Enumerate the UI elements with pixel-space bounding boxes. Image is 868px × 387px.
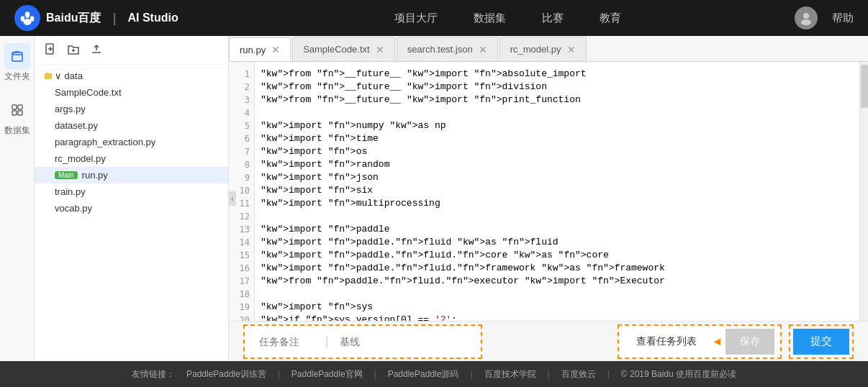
- code-line: "kw">import "fn">paddle."fn">fluid."fn">…: [261, 262, 854, 275]
- code-line: "kw">if "fn">sys.version[0] == '2':: [261, 314, 854, 321]
- editor-scrollbar[interactable]: [859, 62, 868, 321]
- tab-run-py[interactable]: run.py ✕: [229, 37, 291, 62]
- tab-search-json-close[interactable]: ✕: [479, 45, 487, 55]
- scrollbar-thumb[interactable]: [861, 65, 868, 108]
- footer-paddlepaddle-camp[interactable]: PaddlePaddle训练营: [186, 368, 266, 381]
- nav-links: 项目大厅 数据集 比赛 教育: [222, 12, 795, 25]
- code-line: "kw">import "fn">os: [261, 145, 854, 158]
- brand-text: Baidu百度: [46, 11, 101, 26]
- baseline-input[interactable]: [331, 329, 475, 355]
- file-tree-panel: ∨ data SampleCode.txt args.py dataset.py…: [35, 36, 229, 361]
- footer: 友情链接： PaddlePaddle训练营 | PaddlePaddle官网 |…: [0, 361, 868, 387]
- task-input-area: |: [243, 324, 482, 359]
- nav-right: 帮助: [795, 6, 854, 29]
- dataset-label: 数据集: [4, 124, 30, 137]
- bottom-toolbar: | 查看任务列表 ◄ 保存 提交: [229, 321, 868, 361]
- footer-baidu-academy[interactable]: 百度技术学院: [484, 368, 536, 381]
- code-line: [261, 210, 854, 223]
- code-line: "kw">import "fn">json: [261, 171, 854, 184]
- code-line: "kw">from "fn">__future__ "kw">import "f…: [261, 94, 854, 106]
- upload-icon[interactable]: [89, 42, 104, 58]
- file-train[interactable]: train.py: [35, 183, 228, 200]
- svg-point-0: [25, 12, 30, 18]
- file-vocab[interactable]: vocab.py: [35, 200, 228, 217]
- code-line: "kw">from "fn">__future__ "kw">import "f…: [261, 68, 854, 81]
- dataset-icon-btn[interactable]: [4, 97, 30, 123]
- svg-rect-7: [12, 105, 17, 109]
- files-icon-group[interactable]: 文件夹: [4, 43, 30, 83]
- code-line: "kw">import "fn">multiprocessing: [261, 197, 854, 210]
- arrow-icon: ◄: [711, 335, 723, 348]
- new-file-icon[interactable]: [43, 42, 58, 58]
- file-tree-content: ∨ data SampleCode.txt args.py dataset.py…: [35, 65, 228, 361]
- help-link[interactable]: 帮助: [832, 12, 854, 25]
- code-line: "kw">import "fn">sys: [261, 301, 854, 314]
- tab-bar: run.py ✕ SampleCode.txt ✕ search.test.js…: [229, 36, 868, 62]
- footer-paddlepaddle-source[interactable]: PaddlePaddle源码: [388, 368, 459, 381]
- code-line: "kw">import "fn">random: [261, 158, 854, 171]
- bottom-right-actions: 查看任务列表 ◄ 保存 提交: [618, 324, 854, 359]
- nav-education[interactable]: 教育: [600, 12, 621, 25]
- file-paragraph[interactable]: paragraph_extraction.py: [35, 134, 228, 150]
- code-editor: 123456789101112131415161718192021222324 …: [229, 62, 868, 321]
- editor-area: ‹ run.py ✕ SampleCode.txt ✕ search.test.…: [229, 36, 868, 361]
- nav-dataset[interactable]: 数据集: [474, 12, 506, 25]
- tab-search-json[interactable]: search.test.json ✕: [397, 37, 498, 61]
- tab-samplecode-close[interactable]: ✕: [376, 45, 384, 55]
- app-title: AI Studio: [128, 12, 178, 24]
- file-samplecode[interactable]: SampleCode.txt: [35, 84, 228, 101]
- tab-rc-model[interactable]: rc_model.py ✕: [499, 37, 587, 61]
- file-run[interactable]: Main run.py: [35, 167, 228, 183]
- logo-divider: |: [112, 11, 116, 26]
- main-badge: Main: [55, 171, 78, 179]
- file-args[interactable]: args.py: [35, 101, 228, 117]
- footer-friendly-links: 友情链接：: [132, 368, 175, 381]
- action-buttons-area: 查看任务列表 ◄ 保存: [618, 324, 782, 359]
- code-content[interactable]: "kw">from "fn">__future__ "kw">import "f…: [255, 62, 859, 321]
- tab-samplecode[interactable]: SampleCode.txt ✕: [292, 37, 395, 61]
- code-line: "kw">import "fn">time: [261, 132, 854, 145]
- submit-button[interactable]: 提交: [793, 329, 849, 355]
- tab-search-json-label: search.test.json: [407, 44, 473, 55]
- svg-rect-8: [18, 105, 22, 109]
- view-tasks-button[interactable]: 查看任务列表: [625, 329, 708, 355]
- logo-area: Baidu百度 | AI Studio: [14, 5, 178, 31]
- save-button[interactable]: 保存: [725, 329, 774, 355]
- nav-competition[interactable]: 比赛: [542, 12, 564, 25]
- svg-rect-10: [18, 111, 22, 115]
- nav-project-hall[interactable]: 项目大厅: [394, 12, 438, 25]
- top-navigation: Baidu百度 | AI Studio 项目大厅 数据集 比赛 教育 帮助: [0, 0, 868, 36]
- collapse-arrow[interactable]: ‹: [229, 191, 236, 206]
- footer-baidu-cloud[interactable]: 百度效云: [561, 368, 596, 381]
- svg-point-5: [801, 19, 811, 25]
- code-line: "kw">import "fn">paddle."fn">fluid."fn">…: [261, 249, 854, 262]
- code-line: "kw">import "fn">numpy "kw">as np: [261, 119, 854, 132]
- baidu-logo: [14, 5, 40, 31]
- code-line: [261, 106, 854, 119]
- files-icon-btn[interactable]: [4, 43, 30, 69]
- code-line: "kw">from "fn">__future__ "kw">import "f…: [261, 81, 854, 94]
- file-dataset[interactable]: dataset.py: [35, 117, 228, 134]
- task-note-input[interactable]: [250, 329, 322, 355]
- code-line: "kw">from "fn">paddle."fn">fluid."fn">ex…: [261, 275, 854, 288]
- svg-rect-9: [12, 111, 17, 115]
- dataset-icon-group[interactable]: 数据集: [4, 97, 30, 137]
- footer-copyright: © 2019 Baidu 使用百度前必读: [621, 368, 736, 381]
- code-line: "kw">import "fn">paddle: [261, 223, 854, 236]
- avatar[interactable]: [795, 6, 818, 29]
- footer-paddlepaddle-official[interactable]: PaddlePaddle官网: [291, 368, 363, 381]
- svg-rect-6: [12, 53, 22, 61]
- new-folder-icon[interactable]: [66, 42, 81, 58]
- folder-data[interactable]: ∨ data: [35, 68, 228, 84]
- main-content: 文件夹 数据集: [0, 36, 868, 361]
- svg-point-3: [24, 19, 32, 25]
- tab-run-py-close[interactable]: ✕: [271, 45, 280, 55]
- file-rcmodel[interactable]: rc_model.py: [35, 150, 228, 167]
- tab-rc-model-label: rc_model.py: [510, 44, 561, 55]
- file-tree-toolbar: [35, 36, 228, 65]
- code-line: "kw">import "fn">six: [261, 184, 854, 197]
- tab-samplecode-label: SampleCode.txt: [303, 44, 370, 55]
- submit-area: 提交: [789, 324, 854, 359]
- code-line: [261, 288, 854, 301]
- tab-rc-model-close[interactable]: ✕: [567, 45, 576, 55]
